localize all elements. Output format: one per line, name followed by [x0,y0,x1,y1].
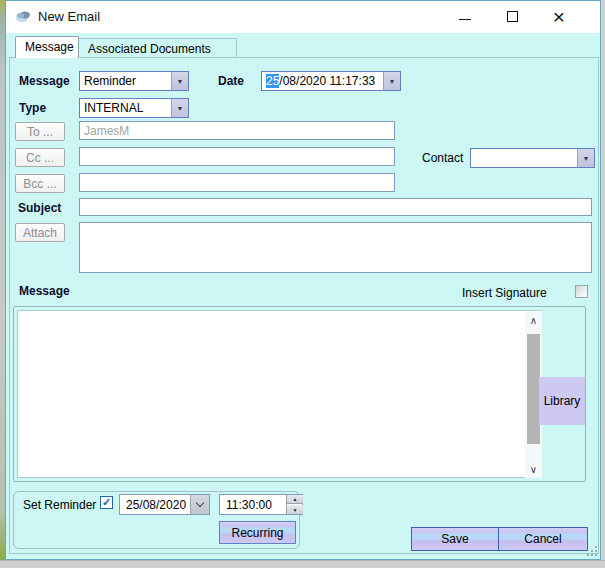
to-field[interactable]: JamesM [79,121,395,140]
library-button[interactable]: Library [539,377,585,425]
insert-signature-checkbox[interactable] [575,285,588,298]
desktop-background-bottom [0,560,605,568]
type-label: Type [19,101,46,115]
date-combo[interactable]: 25/08/2020 11:17:33 ▼ [261,71,401,91]
reminder-time-spinner[interactable]: 11:30:00 ▲ ▼ [219,494,303,515]
bcc-button[interactable]: Bcc ... [15,174,65,193]
window-title: New Email [38,9,100,24]
contact-combo[interactable]: ▼ [470,148,595,168]
tab-message[interactable]: Message [15,36,79,58]
subject-label: Subject [18,201,61,215]
maximize-icon [507,11,518,22]
time-up-icon[interactable]: ▲ [287,495,303,504]
date-day-selected: 25 [266,74,279,88]
message-type-combo[interactable]: Reminder ▼ [79,71,189,91]
set-reminder-label: Set Reminder [23,498,96,512]
message-body-group: ∧ ∨ Library [13,306,586,482]
message-type-dropdown-icon[interactable]: ▼ [171,72,188,90]
save-button[interactable]: Save [411,527,499,551]
cc-field[interactable] [79,147,395,166]
minimize-button[interactable] [444,1,486,32]
message-type-label: Message [19,74,70,88]
app-cloud-icon [15,9,32,24]
tab-associated-documents[interactable]: Associated Documents [79,38,237,58]
reminder-date-combo[interactable]: 25/08/2020 [119,494,210,515]
cc-button[interactable]: Cc ... [15,148,65,167]
time-spinner-buttons: ▲ ▼ [286,495,302,514]
recurring-button[interactable]: Recurring [219,521,296,544]
date-label: Date [218,74,244,88]
time-down-icon[interactable]: ▼ [287,505,303,514]
scroll-down-icon[interactable]: ∨ [525,461,542,478]
date-rest: /08/2020 11:17:33 [279,74,375,88]
contact-label: Contact [422,151,463,165]
message-side-panel: Library [542,310,582,478]
set-reminder-checkbox[interactable]: ✓ [100,496,113,509]
type-dropdown-icon[interactable]: ▼ [171,99,188,117]
contact-dropdown-icon[interactable]: ▼ [577,149,594,167]
resize-grip[interactable] [585,544,597,556]
date-dropdown-icon[interactable]: ▼ [383,72,400,90]
reminder-date-dropdown-icon[interactable] [190,495,209,514]
scroll-up-icon[interactable]: ∧ [525,312,542,329]
minimize-icon [459,19,471,20]
type-combo[interactable]: INTERNAL ▼ [79,98,189,118]
screen: New Email × Message Associated Documents… [0,0,605,568]
message-body-textarea[interactable]: ∧ ∨ [17,310,544,478]
new-email-window: New Email × Message Associated Documents… [5,0,601,560]
bcc-field[interactable] [79,173,395,192]
titlebar[interactable]: New Email × [6,1,600,33]
subject-field[interactable] [79,198,592,216]
insert-signature-label: Insert Signature [462,286,547,300]
attach-button[interactable]: Attach [15,223,65,242]
close-button[interactable]: × [538,1,580,32]
message-body-label: Message [19,284,70,298]
attach-field[interactable] [79,222,592,273]
maximize-button[interactable] [491,1,533,32]
cancel-button[interactable]: Cancel [498,527,588,551]
to-button[interactable]: To ... [15,122,65,141]
